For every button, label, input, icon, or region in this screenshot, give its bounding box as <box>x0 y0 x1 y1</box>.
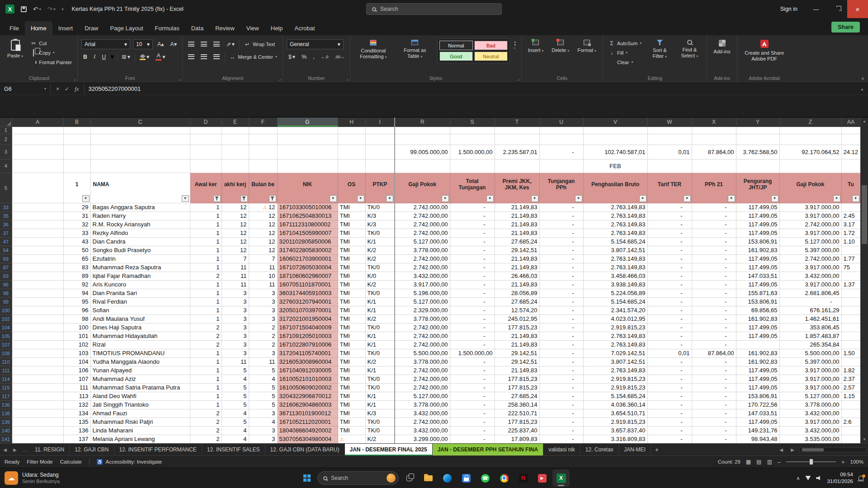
cell[interactable] <box>90 127 190 134</box>
cell[interactable]: 2.763.149,83 <box>583 332 647 340</box>
cell[interactable]: 11 <box>249 263 277 272</box>
cell[interactable]: 5 <box>249 400 277 409</box>
row-header[interactable]: 96 <box>0 280 12 289</box>
cell[interactable]: 245.012,95 <box>495 314 539 323</box>
cell[interactable]: - <box>450 211 495 220</box>
filter-button[interactable]: ▾ <box>182 195 189 202</box>
cell[interactable] <box>841 409 860 418</box>
cell[interactable]: ⚠12 <box>249 203 277 211</box>
cell[interactable]: 2.742.000,00 <box>395 418 450 426</box>
cell[interactable]: TMI <box>338 246 365 254</box>
cell[interactable]: TK/0 <box>365 229 395 237</box>
cell[interactable] <box>12 159 63 173</box>
enter-icon[interactable]: ✓ <box>65 86 69 92</box>
cell[interactable] <box>190 134 222 145</box>
sheet-tab[interactable]: 12. INSENTIF PERFORMANCE <box>114 444 202 455</box>
cell[interactable]: 2.742.000,00 <box>395 203 450 211</box>
cell[interactable] <box>495 134 539 145</box>
cell[interactable] <box>12 314 63 323</box>
warning-icon[interactable]: ⚠ <box>340 436 344 442</box>
cell[interactable]: 2.742.000,00 <box>779 220 841 229</box>
cell[interactable]: TMI <box>338 357 365 366</box>
cell[interactable]: 1671062504830013 <box>277 211 338 220</box>
cell[interactable]: 3.778.000,00 <box>395 357 450 366</box>
cell[interactable]: Andi Maulana Yusuf <box>90 314 190 323</box>
cell[interactable]: - <box>647 383 692 392</box>
cell[interactable] <box>841 332 860 340</box>
cell[interactable]: 26.466,03 <box>495 272 539 280</box>
cell[interactable] <box>450 134 495 145</box>
dialog-launcher-icon[interactable]: ⌟ <box>179 76 180 81</box>
cell[interactable]: 4 <box>249 375 277 383</box>
cell[interactable]: 5.127.000,00 <box>395 297 450 306</box>
cell[interactable]: Muhammad Hidayatullah <box>90 332 190 340</box>
cell[interactable]: 3 <box>249 306 277 314</box>
cell[interactable]: 2.763.149,83 <box>583 220 647 229</box>
cell[interactable]: K/1 <box>365 332 395 340</box>
customize-qat-button[interactable]: ▾ <box>62 7 64 11</box>
cell[interactable] <box>736 340 779 349</box>
cell[interactable]: TMI <box>338 211 365 220</box>
cell[interactable]: - <box>692 297 736 306</box>
cell[interactable]: TMI <box>338 366 365 375</box>
cell[interactable] <box>841 246 860 254</box>
cell[interactable]: 5.154.685,24 <box>583 392 647 400</box>
cell[interactable] <box>222 134 249 145</box>
cell[interactable]: 2.763.149,83 <box>583 366 647 375</box>
cell[interactable] <box>495 159 539 173</box>
minimize-button[interactable]: — <box>806 0 826 18</box>
zoom-slider-thumb[interactable] <box>810 459 813 465</box>
cell[interactable]: 1 <box>190 289 222 297</box>
align-center-button[interactable] <box>199 54 209 59</box>
cell[interactable]: - <box>539 145 583 159</box>
cell[interactable]: 21.149,83 <box>495 229 539 237</box>
cell[interactable]: 3.432.000,00 <box>779 409 841 418</box>
cell[interactable]: - <box>647 314 692 323</box>
cell[interactable]: K/3 <box>365 220 395 229</box>
cell[interactable]: 5307056304980004 <box>277 435 338 443</box>
cell[interactable] <box>12 400 63 409</box>
cell[interactable]: 1 <box>190 366 222 375</box>
cell[interactable]: Bagas Anggara Saputra <box>90 203 190 211</box>
cell[interactable]: 1671040912030005 <box>277 366 338 375</box>
cell[interactable]: 11 <box>222 263 249 272</box>
cell[interactable]: 2 <box>249 332 277 340</box>
cell[interactable]: TK/0 <box>365 375 395 383</box>
cell[interactable]: 92.170.064,52 <box>779 145 841 159</box>
cell[interactable]: - <box>647 323 692 332</box>
sheet-overflow-button[interactable]: … <box>20 444 30 455</box>
cell[interactable] <box>841 297 860 306</box>
row-header[interactable]: 110 <box>0 357 12 366</box>
cell[interactable] <box>12 246 63 254</box>
cell[interactable]: - <box>450 426 495 435</box>
filter-button[interactable] <box>213 195 221 202</box>
row-header[interactable]: 3 <box>0 145 12 159</box>
cell[interactable]: 2.742.000,00 <box>395 263 450 272</box>
cell[interactable]: 3172021001950004 <box>277 314 338 323</box>
cell[interactable]: 5 <box>222 366 249 375</box>
cell[interactable] <box>277 145 338 159</box>
cell[interactable]: Yudha Manggala Alaondo <box>90 357 190 366</box>
cell[interactable]: 117.499,05 <box>736 375 779 383</box>
clear-button[interactable]: Clear ▾ <box>607 57 643 67</box>
accessibility-status[interactable]: ♿Accessibility: Investigate <box>97 459 162 465</box>
cell[interactable]: 1671091205010003 <box>277 332 338 340</box>
style-bad[interactable]: Bad <box>474 41 508 50</box>
filter-button[interactable]: ▾ <box>575 195 582 202</box>
formula-bar-collapse-icon[interactable]: ▴ <box>856 87 868 91</box>
cell[interactable] <box>12 392 63 400</box>
cell[interactable]: 27.685,24 <box>495 297 539 306</box>
column-header-Y[interactable]: Y <box>736 117 779 127</box>
scroll-down-icon[interactable]: ▼ <box>861 436 868 443</box>
cell[interactable] <box>12 203 63 211</box>
row-header[interactable]: 1 <box>0 127 12 134</box>
undo-button[interactable]: ↶▾ <box>33 5 41 13</box>
cell[interactable]: 177.815,23 <box>495 418 539 426</box>
cell[interactable]: - <box>647 203 692 211</box>
cell[interactable] <box>841 426 860 435</box>
cell[interactable]: 3 <box>249 297 277 306</box>
cell[interactable]: - <box>450 400 495 409</box>
cell[interactable]: 1 <box>190 349 222 357</box>
horizontal-scroll-thumb[interactable] <box>802 448 824 451</box>
cell[interactable]: - <box>450 246 495 254</box>
